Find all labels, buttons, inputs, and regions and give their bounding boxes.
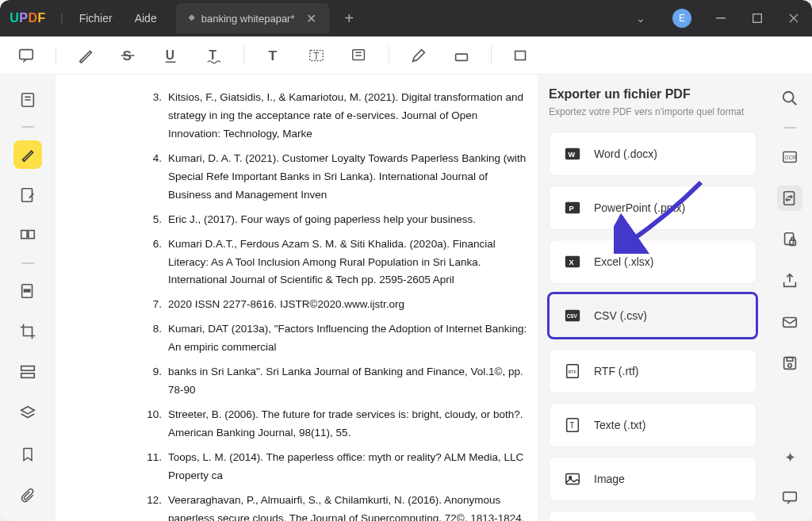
save-icon[interactable]	[777, 351, 802, 376]
svg-text:P: P	[569, 205, 573, 213]
reference-item: 11.Toops, L. M. (2014). The paperless of…	[143, 449, 538, 485]
reference-item: 9.banks in Sri Lanka". Sri Lanka Journal…	[143, 363, 538, 400]
layers-icon[interactable]	[13, 399, 42, 427]
svg-rect-0	[716, 17, 726, 19]
image-icon	[562, 469, 583, 489]
export-option-text[interactable]: T Texte (.txt)	[549, 403, 756, 447]
svg-text:W: W	[569, 151, 576, 159]
tab-add-icon[interactable]: +	[345, 10, 354, 28]
rtf-icon: RTF	[562, 361, 583, 381]
svg-text:OCR: OCR	[785, 155, 797, 160]
reference-item: 8.Kumari, DAT (2013a), "Factors Influenc…	[143, 320, 538, 357]
svg-rect-16	[21, 231, 27, 239]
note-icon[interactable]	[346, 44, 373, 67]
convert-icon[interactable]	[777, 186, 802, 211]
pages-icon[interactable]	[13, 222, 42, 250]
svg-text:T: T	[209, 48, 217, 61]
edit-icon[interactable]	[13, 182, 42, 209]
titlebar: UPDF | Fichier Aide banking whitepapar* …	[0, 0, 812, 36]
reader-icon[interactable]	[13, 86, 42, 113]
svg-text:RTF: RTF	[569, 370, 577, 374]
export-option-powerpoint[interactable]: P PowerPoint (.pptx)	[549, 186, 756, 230]
ai-icon[interactable]: ✦	[777, 445, 802, 470]
svg-rect-1	[753, 14, 762, 23]
highlight-tool-icon[interactable]	[13, 140, 42, 168]
svg-text:X: X	[569, 259, 574, 266]
bookmark-icon[interactable]	[13, 440, 42, 469]
share-icon[interactable]	[777, 268, 802, 293]
reference-item: 10.Streeter, B. (2006). The future for t…	[143, 406, 538, 442]
svg-text:T: T	[269, 48, 278, 63]
eraser-icon[interactable]	[448, 44, 475, 67]
close-icon[interactable]	[776, 0, 812, 36]
toolbar: S U T T T	[0, 36, 812, 75]
reference-item: 5.Eric J., (2017). Four ways of going pa…	[143, 211, 538, 229]
svg-rect-34	[566, 474, 580, 485]
shape-icon[interactable]	[508, 44, 534, 67]
tab-title: banking whitepapar*	[201, 13, 295, 25]
export-option-image[interactable]: Image	[549, 457, 756, 501]
reference-item: 6.Kumari D.A.T., Ferdous Azam S. M. & Si…	[143, 236, 538, 290]
redact-icon[interactable]	[13, 277, 42, 305]
crop-icon[interactable]	[13, 317, 42, 345]
svg-point-48	[788, 363, 792, 367]
tab-close-icon[interactable]: ✕	[306, 11, 316, 26]
csv-icon: CSV	[562, 305, 583, 326]
reference-item: 4.Kumari, D. A. T. (2021). Customer Loya…	[143, 150, 538, 205]
export-option-xml[interactable]: XML (.xml)	[549, 511, 756, 521]
reference-item: 12.Veeraraghavan, P., Almuairfi, S., & C…	[143, 492, 538, 521]
reference-item: 7.2020 ISSN 2277-8616. IJSTR©2020.www.ij…	[143, 296, 538, 314]
ocr-icon[interactable]: OCR	[777, 144, 802, 170]
svg-text:T: T	[569, 421, 574, 430]
svg-text:CSV: CSV	[567, 313, 578, 319]
form-icon[interactable]	[13, 358, 42, 386]
svg-rect-21	[21, 374, 35, 378]
menu-file[interactable]: Fichier	[68, 12, 124, 25]
svg-rect-20	[21, 366, 35, 371]
attachment-icon[interactable]	[13, 481, 42, 510]
svg-rect-13	[515, 51, 526, 59]
svg-text:U: U	[166, 48, 174, 61]
email-icon[interactable]	[777, 309, 802, 335]
pencil-icon[interactable]	[405, 44, 432, 67]
svg-rect-45	[783, 318, 797, 328]
reference-item: 3.Kitsios, F., Giatsidis, I., & Kamariot…	[143, 89, 538, 144]
export-option-csv[interactable]: CSV CSV (.csv)	[547, 292, 758, 339]
textbox-icon[interactable]: T	[303, 44, 330, 67]
export-option-excel[interactable]: X Excel (.xlsx)	[549, 239, 756, 284]
right-sidebar: OCR ✦	[768, 75, 812, 521]
search-icon[interactable]	[777, 86, 802, 111]
squiggly-icon[interactable]: T	[201, 44, 228, 67]
maximize-icon[interactable]	[739, 0, 776, 36]
minimize-icon[interactable]	[703, 0, 739, 36]
svg-rect-15	[22, 189, 33, 202]
svg-rect-12	[456, 54, 468, 60]
svg-rect-42	[784, 192, 795, 205]
word-icon: W	[562, 144, 583, 164]
export-option-word[interactable]: W Word (.docx)	[549, 132, 756, 176]
svg-point-39	[783, 92, 794, 102]
strikethrough-icon[interactable]: S	[115, 44, 142, 67]
export-subtitle: Exportez votre PDF vers n'importe quel f…	[549, 106, 756, 117]
svg-rect-2	[20, 49, 33, 59]
comment-icon[interactable]	[13, 44, 40, 67]
avatar[interactable]: E	[672, 9, 691, 28]
export-option-rtf[interactable]: RTF RTF (.rtf)	[549, 349, 756, 393]
text-icon[interactable]: T	[260, 44, 287, 67]
svg-rect-11	[353, 49, 365, 59]
underline-icon[interactable]: U	[158, 44, 185, 67]
left-sidebar	[0, 75, 56, 521]
powerpoint-icon: P	[562, 197, 583, 218]
protect-icon[interactable]	[777, 227, 802, 252]
highlighter-icon[interactable]	[72, 44, 99, 67]
chat-icon[interactable]	[777, 485, 802, 510]
export-title: Exporter un fichier PDF	[549, 87, 756, 102]
excel-icon: X	[562, 251, 583, 272]
svg-text:T: T	[313, 50, 319, 61]
document-tab[interactable]: banking whitepapar* ✕	[176, 3, 329, 33]
menu-help[interactable]: Aide	[124, 12, 168, 25]
svg-rect-17	[29, 231, 34, 239]
document-view: 3.Kitsios, F., Giatsidis, I., & Kamariot…	[56, 75, 538, 521]
chevron-down-icon[interactable]: ⌄	[620, 12, 661, 25]
export-panel: Exporter un fichier PDF Exportez votre P…	[538, 75, 768, 521]
